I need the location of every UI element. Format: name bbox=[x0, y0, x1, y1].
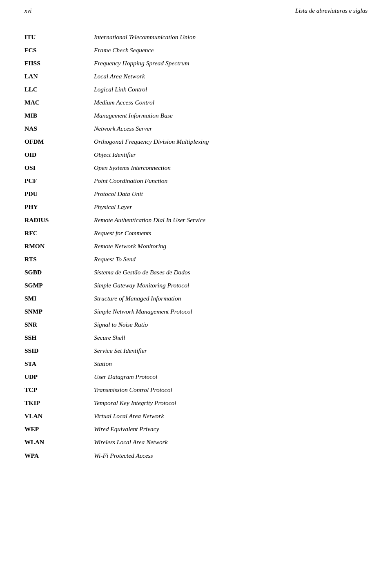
abbreviation-value: User Datagram Protocol bbox=[94, 372, 368, 382]
abbreviation-key: SSID bbox=[24, 346, 94, 356]
list-item: SGMPSimple Gateway Monitoring Protocol bbox=[24, 279, 368, 292]
abbreviation-key: TKIP bbox=[24, 398, 94, 408]
abbreviation-value: Frequency Hopping Spread Spectrum bbox=[94, 58, 368, 68]
abbreviation-value: Structure of Managed Information bbox=[94, 294, 368, 303]
abbreviation-key: STA bbox=[24, 359, 94, 369]
abbreviation-value: Remote Network Monitoring bbox=[94, 241, 368, 251]
abbreviation-key: WEP bbox=[24, 424, 94, 434]
abbreviation-key: FCS bbox=[24, 45, 94, 55]
list-item: FHSSFrequency Hopping Spread Spectrum bbox=[24, 57, 368, 70]
abbreviation-key: PCF bbox=[24, 176, 94, 186]
list-item: SMIStructure of Managed Information bbox=[24, 292, 368, 305]
list-item: WEPWired Equivalent Privacy bbox=[24, 423, 368, 436]
abbreviation-key: WPA bbox=[24, 451, 94, 461]
abbreviation-value: Simple Network Management Protocol bbox=[94, 307, 368, 316]
abbreviation-value: Station bbox=[94, 359, 368, 369]
abbreviation-value: Point Coordination Function bbox=[94, 176, 368, 186]
abbreviation-key: SGBD bbox=[24, 267, 94, 277]
list-item: LLCLogical Link Control bbox=[24, 83, 368, 96]
list-item: PDUProtocol Data Unit bbox=[24, 187, 368, 200]
abbreviation-value: International Telecommunication Union bbox=[94, 32, 368, 42]
abbreviation-value: Management Information Base bbox=[94, 111, 368, 120]
abbreviation-key: OFDM bbox=[24, 137, 94, 147]
list-item: RTSRequest To Send bbox=[24, 253, 368, 266]
abbreviation-key: NAS bbox=[24, 124, 94, 134]
list-item: SSHSecure Shell bbox=[24, 331, 368, 344]
page-header: xvi Lista de abreviaturas e siglas bbox=[0, 0, 392, 18]
abbreviation-key: RADIUS bbox=[24, 215, 94, 225]
abbreviations-content: ITUInternational Telecommunication Union… bbox=[0, 18, 392, 479]
abbreviation-key: FHSS bbox=[24, 58, 94, 68]
abbreviations-list: ITUInternational Telecommunication Union… bbox=[24, 31, 368, 462]
abbreviation-value: Wireless Local Area Network bbox=[94, 437, 368, 447]
abbreviation-key: SNR bbox=[24, 320, 94, 329]
list-item: MIBManagement Information Base bbox=[24, 109, 368, 122]
abbreviation-value: Wi-Fi Protected Access bbox=[94, 451, 368, 461]
abbreviation-value: Signal to Noise Ratio bbox=[94, 320, 368, 329]
abbreviation-key: RMON bbox=[24, 241, 94, 251]
page-number: xvi bbox=[24, 7, 31, 14]
abbreviation-value: Transmission Control Protocol bbox=[94, 385, 368, 395]
list-item: WPAWi-Fi Protected Access bbox=[24, 449, 368, 462]
abbreviation-value: Object Identifier bbox=[94, 150, 368, 160]
abbreviation-value: Request To Send bbox=[94, 254, 368, 264]
abbreviation-value: Simple Gateway Monitoring Protocol bbox=[94, 280, 368, 290]
list-item: ITUInternational Telecommunication Union bbox=[24, 31, 368, 44]
abbreviation-key: RTS bbox=[24, 254, 94, 264]
abbreviation-value: Network Access Server bbox=[94, 124, 368, 134]
list-item: PCFPoint Coordination Function bbox=[24, 174, 368, 187]
list-item: NASNetwork Access Server bbox=[24, 122, 368, 135]
abbreviation-value: Open Systems Interconnection bbox=[94, 163, 368, 173]
abbreviation-value: Frame Check Sequence bbox=[94, 45, 368, 55]
abbreviation-value: Secure Shell bbox=[94, 333, 368, 343]
abbreviation-value: Local Area Network bbox=[94, 71, 368, 81]
abbreviation-value: Remote Authentication Dial In User Servi… bbox=[94, 215, 368, 225]
abbreviation-value: Virtual Local Area Network bbox=[94, 411, 368, 421]
abbreviation-value: Request for Comments bbox=[94, 228, 368, 238]
abbreviation-key: OSI bbox=[24, 163, 94, 173]
list-item: OSIOpen Systems Interconnection bbox=[24, 161, 368, 174]
abbreviation-key: WLAN bbox=[24, 437, 94, 447]
abbreviation-key: UDP bbox=[24, 372, 94, 382]
list-item: RFCRequest for Comments bbox=[24, 227, 368, 240]
abbreviation-key: TCP bbox=[24, 385, 94, 395]
abbreviation-key: MIB bbox=[24, 111, 94, 120]
abbreviation-key: VLAN bbox=[24, 411, 94, 421]
abbreviation-key: MAC bbox=[24, 98, 94, 107]
abbreviation-value: Protocol Data Unit bbox=[94, 189, 368, 199]
abbreviation-key: LAN bbox=[24, 71, 94, 81]
list-item: SNRSignal to Noise Ratio bbox=[24, 318, 368, 331]
list-item: FCSFrame Check Sequence bbox=[24, 44, 368, 57]
list-item: MACMedium Access Control bbox=[24, 96, 368, 109]
abbreviation-value: Service Set Identifier bbox=[94, 346, 368, 356]
list-item: TCPTransmission Control Protocol bbox=[24, 383, 368, 396]
list-item: OFDMOrthogonal Frequency Division Multip… bbox=[24, 135, 368, 148]
page-title: Lista de abreviaturas e siglas bbox=[295, 7, 368, 14]
list-item: SGBDSistema de Gestão de Bases de Dados bbox=[24, 266, 368, 279]
abbreviation-key: SGMP bbox=[24, 280, 94, 290]
abbreviation-value: Sistema de Gestão de Bases de Dados bbox=[94, 267, 368, 277]
list-item: UDPUser Datagram Protocol bbox=[24, 370, 368, 383]
abbreviation-key: SSH bbox=[24, 333, 94, 343]
abbreviation-value: Physical Layer bbox=[94, 202, 368, 212]
list-item: TKIPTemporal Key Integrity Protocol bbox=[24, 396, 368, 410]
abbreviation-key: SNMP bbox=[24, 307, 94, 316]
abbreviation-key: RFC bbox=[24, 228, 94, 238]
list-item: RADIUSRemote Authentication Dial In User… bbox=[24, 214, 368, 227]
abbreviation-key: ITU bbox=[24, 32, 94, 42]
list-item: WLANWireless Local Area Network bbox=[24, 436, 368, 449]
abbreviation-key: LLC bbox=[24, 85, 94, 94]
abbreviation-value: Wired Equivalent Privacy bbox=[94, 424, 368, 434]
abbreviation-value: Orthogonal Frequency Division Multiplexi… bbox=[94, 137, 368, 147]
abbreviation-value: Medium Access Control bbox=[94, 98, 368, 107]
list-item: VLANVirtual Local Area Network bbox=[24, 410, 368, 423]
list-item: SSIDService Set Identifier bbox=[24, 344, 368, 357]
abbreviation-value: Logical Link Control bbox=[94, 85, 368, 94]
abbreviation-key: PDU bbox=[24, 189, 94, 199]
list-item: LANLocal Area Network bbox=[24, 70, 368, 83]
list-item: SNMPSimple Network Management Protocol bbox=[24, 305, 368, 318]
abbreviation-key: PHY bbox=[24, 202, 94, 212]
abbreviation-key: SMI bbox=[24, 294, 94, 303]
list-item: RMONRemote Network Monitoring bbox=[24, 240, 368, 253]
abbreviation-key: OID bbox=[24, 150, 94, 160]
